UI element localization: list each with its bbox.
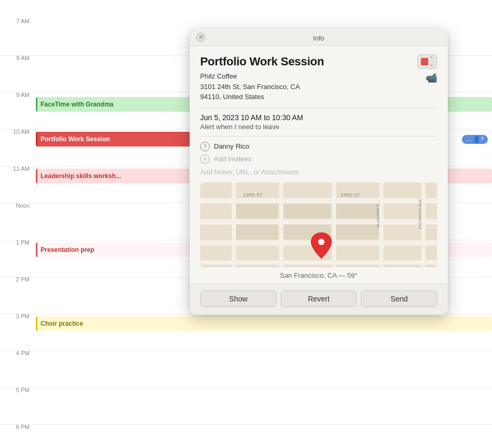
close-icon: ✕ (199, 34, 203, 41)
show-button[interactable]: Show (200, 290, 277, 307)
time-row-content-3pm[interactable]: Choir practice (36, 314, 492, 350)
send-button[interactable]: Send (361, 290, 437, 307)
time-label-6pm: 6 PM (0, 421, 36, 430)
choir-event[interactable]: Choir practice (36, 316, 492, 331)
add-invitees-icon: + (200, 154, 210, 164)
svg-rect-13 (236, 225, 278, 239)
time-label-11am: 11 AM (0, 162, 36, 172)
map-section[interactable]: 23RD ST 23RD ST ALABAMA S... POTRERO AVE… (200, 182, 437, 284)
time-label-1pm: 1 PM (0, 236, 36, 246)
svg-rect-10 (236, 203, 278, 218)
color-picker-button[interactable]: ⌃⌄ (417, 54, 437, 69)
svg-text:23RD ST: 23RD ST (243, 192, 263, 198)
event-info-popup: ✕ Info Portfolio Work Session ⌃⌄ Philz C… (190, 29, 448, 315)
svg-text:POTRERO AVE: POTRERO AVE (418, 199, 422, 229)
divider-1 (200, 108, 437, 108)
organizer-name: Danny Rico (214, 142, 249, 150)
map-container[interactable]: 23RD ST 23RD ST ALABAMA S... POTRERO AVE (200, 182, 437, 267)
svg-rect-11 (283, 203, 331, 218)
color-swatch (421, 58, 428, 65)
event-badge[interactable]: ... 👤? (462, 135, 488, 144)
popup-footer: Show Revert Send (190, 284, 448, 315)
time-label-4pm: 4 PM (0, 347, 36, 356)
time-row-content-5pm (36, 388, 492, 424)
add-invitees-label: Add Invitees (214, 155, 252, 163)
revert-button[interactable]: Revert (281, 290, 357, 307)
popup-event-title: Portfolio Work Session (200, 55, 324, 69)
time-label-9am: 9 AM (0, 89, 36, 98)
alert-row: Alert when I need to leave (200, 123, 437, 131)
popup-body: Portfolio Work Session ⌃⌄ Philz Coffee 3… (190, 46, 448, 284)
time-row-content-4pm (36, 351, 492, 387)
time-label-noon: Noon (0, 199, 36, 209)
event-title-row: Portfolio Work Session ⌃⌄ (200, 54, 437, 69)
time-row-6pm: 6 PM (0, 425, 492, 448)
time-row-5pm: 5 PM (0, 388, 492, 425)
popup-header: ✕ Info (190, 29, 448, 46)
svg-rect-5 (232, 182, 236, 267)
time-label-10am: 10 AM (0, 125, 36, 135)
video-icon[interactable]: 📹 (426, 72, 437, 84)
popup-header-title: Info (313, 34, 324, 42)
close-button[interactable]: ✕ (196, 33, 205, 42)
svg-rect-6 (279, 182, 283, 267)
chevron-updown-icon: ⌃⌄ (429, 56, 434, 67)
location-name: Philz Coffee (200, 71, 300, 82)
divider-2 (200, 136, 437, 137)
svg-rect-12 (336, 203, 378, 218)
time-label-2pm: 2 PM (0, 273, 36, 283)
time-label-5pm: 5 PM (0, 384, 36, 393)
organizer-row: ? Danny Rico (200, 142, 437, 151)
svg-text:23RD ST: 23RD ST (340, 192, 360, 198)
time-label-8am: 8 AM (0, 52, 36, 61)
organizer-icon: ? (200, 142, 210, 151)
map-footer: San Francisco, CA — 59° (200, 267, 437, 284)
location-text: Philz Coffee 3101 24th St, San Francisco… (200, 71, 300, 102)
add-invitees-row[interactable]: + Add Invitees (200, 154, 437, 164)
location-address: 3101 24th St, San Francisco, CA94110, Un… (200, 82, 300, 102)
notes-placeholder[interactable]: Add Notes, URL, or Attachments (200, 168, 437, 176)
time-label-7am: 7 AM (0, 15, 36, 24)
map-svg: 23RD ST 23RD ST ALABAMA S... POTRERO AVE (200, 182, 437, 267)
time-row-3pm: 3 PM Choir practice (0, 314, 492, 351)
svg-rect-15 (336, 225, 378, 239)
svg-rect-7 (332, 182, 336, 267)
time-row-4pm: 4 PM (0, 351, 492, 388)
svg-text:ALABAMA S...: ALABAMA S... (376, 200, 380, 228)
time-label-3pm: 3 PM (0, 310, 36, 319)
datetime-row: Jun 5, 2023 10 AM to 10:30 AM (200, 113, 437, 122)
location-row: Philz Coffee 3101 24th St, San Francisco… (200, 71, 437, 102)
time-row-content-6pm (36, 425, 492, 448)
svg-point-21 (318, 239, 324, 245)
